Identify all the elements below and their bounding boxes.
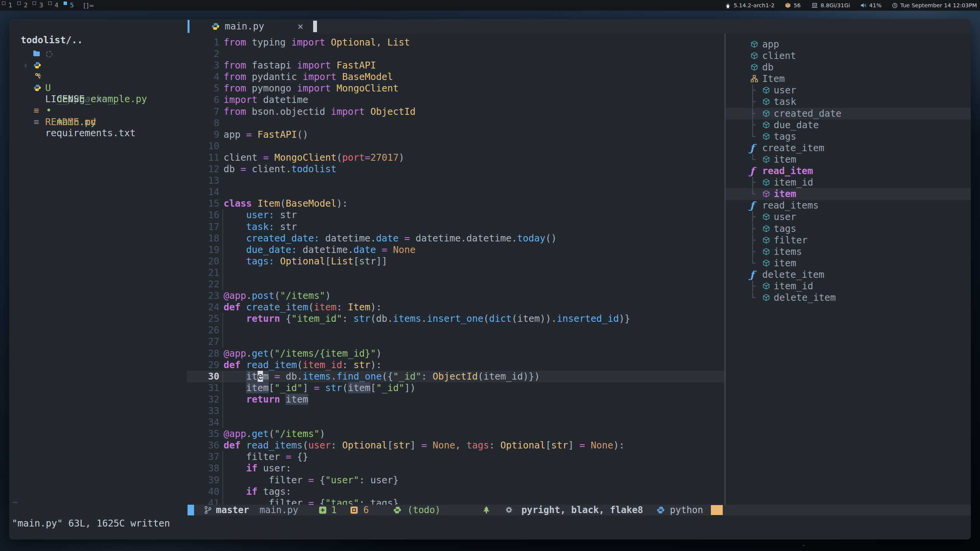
symbol-item-item[interactable]: └item [725,258,971,269]
symbol-item-filter[interactable]: ├filter [725,235,971,246]
code-text: from typing import Optional, List [224,37,410,48]
workspace-button-4[interactable]: 4 [48,0,59,11]
code-line-3[interactable]: 3from fastapi import FastAPI [187,60,725,71]
tree-item-debug-example[interactable]: U debug_example.py [9,60,187,71]
tree-connector: ├ [750,280,756,292]
symbol-label: client [762,50,796,62]
code-line-19[interactable]: 19 due_date: datetime.date = None [187,244,725,256]
code-line-36[interactable]: 36def read_items(user: Optional[str] = N… [187,440,725,451]
tree-item-main-py[interactable]: • main.py [9,82,187,94]
editor-cursor: e [258,371,263,382]
code-text: due_date: datetime.date = None [224,244,416,256]
code-line-34[interactable]: 34 [187,417,725,428]
symbol-item-item_id[interactable]: ├item_id [725,177,971,188]
symbol-item-create_item[interactable]: ƒcreate_item [725,142,971,154]
symbol-item-Item[interactable]: Item [725,73,971,85]
code-line-18[interactable]: 18 created_date: datetime.date = datetim… [187,233,725,244]
code-line-37[interactable]: 37 filter = {} [187,451,725,463]
code-line-12[interactable]: 12db = client.todolist [187,163,725,175]
layout-indicator[interactable]: []= [83,2,95,9]
code-line-23[interactable]: 23@app.post("/items") [187,290,725,302]
code-line-38[interactable]: 38 if user: [187,463,725,474]
tree-connector: ├ [750,96,756,108]
code-text: import datetime [224,94,308,106]
indent-guide [222,233,223,244]
symbol-item-tags[interactable]: ├tags [725,223,971,235]
code-line-5[interactable]: 5from pymongo import MongoClient [187,83,725,94]
symbol-item-client[interactable]: client [725,50,971,62]
code-line-27[interactable]: 27 [187,336,725,347]
code-line-29[interactable]: 29def read_item(item_id: str): [187,359,725,371]
symbol-item-delete_item[interactable]: ƒdelete_item [725,269,971,280]
code-line-20[interactable]: 20 tags: Optional[List[str]] [187,256,725,267]
code-line-6[interactable]: 6import datetime [187,94,725,106]
symbol-item-delete_item[interactable]: └delete_item [725,292,971,303]
tree-connector: ├ [750,211,756,223]
symbol-label: delete_item [762,269,824,280]
symbol-item-due_date[interactable]: ├due_date [725,119,971,131]
symbol-item-item_id[interactable]: ├item_id [725,280,971,292]
code-line-22[interactable]: 22 [187,279,725,290]
code-line-35[interactable]: 35@app.get("/items") [187,428,725,440]
tree-item-requirements[interactable]: ≡ requirements.txt [9,105,187,116]
code-line-41[interactable]: 41 filter = {"tags": tags} [187,497,725,505]
code-line-21[interactable]: 21 [187,267,725,279]
code-line-30[interactable]: 30 item = db.items.find_one({"_id": Obje… [187,371,725,382]
code-line-9[interactable]: 9app = FastAPI() [187,129,725,140]
workspace-button-2[interactable]: 2 [17,0,28,11]
code-line-4[interactable]: 4from pydantic import BaseModel [187,71,725,83]
editor-buffer[interactable]: 1from typing import Optional, List23from… [187,34,725,505]
tree-item-readme[interactable]: ≡ README.md [9,93,187,105]
code-line-10[interactable]: 10 [187,140,725,152]
line-number: 15 [187,198,219,209]
code-line-8[interactable]: 8 [187,117,725,129]
tree-item-license[interactable]: LICENSE [9,71,187,82]
line-number: 32 [187,394,219,405]
symbol-item-task[interactable]: ├task [725,96,971,108]
workspace-button-5[interactable]: 5 [64,0,74,11]
symbol-item-user[interactable]: ├user [725,211,971,223]
folder-icon [33,50,40,57]
code-line-17[interactable]: 17 task: str [187,221,725,233]
symbol-item-items[interactable]: ├items [725,246,971,258]
text-lines-icon: ≡ [34,116,39,128]
symbol-item-item[interactable]: └item [725,154,971,165]
symbol-item-item[interactable]: └item [725,188,971,200]
tab-main-py[interactable]: main.py × [189,19,310,34]
code-text: user: str [224,209,297,221]
symbol-item-tags[interactable]: └tags [725,131,971,142]
symbol-item-app[interactable]: app [725,39,971,50]
symbol-item-user[interactable]: ├user [725,85,971,96]
workspace-button-1[interactable]: 1 [2,0,12,11]
code-line-13[interactable]: 13 [187,175,725,186]
workspace-icon [64,2,67,5]
symbol-item-read_item[interactable]: ƒread_item [725,165,971,177]
file-tree-root[interactable]: todolist/.. [21,34,83,46]
code-line-32[interactable]: 32 return item [187,394,725,405]
code-line-11[interactable]: 11client = MongoClient(port=27017) [187,152,725,163]
code-line-26[interactable]: 26 [187,324,725,336]
code-line-24[interactable]: 24def create_item(item: Item): [187,302,725,313]
code-line-15[interactable]: 15class Item(BaseModel): [187,198,725,209]
code-line-16[interactable]: 16 user: str [187,209,725,221]
code-line-31[interactable]: 31 item["_id"] = str(item["_id"]) [187,382,725,394]
close-icon[interactable]: × [297,21,304,32]
symbol-item-db[interactable]: db [725,62,971,73]
line-number: 22 [187,279,219,290]
code-line-33[interactable]: 33 [187,405,725,417]
line-number: 33 [187,405,219,417]
code-line-40[interactable]: 40 if tags: [187,486,725,497]
code-line-2[interactable]: 2 [187,48,725,60]
command-line: "main.py" 63L, 1625C written [9,515,971,540]
symbol-item-created_date[interactable]: ├created_date [725,108,971,119]
code-line-28[interactable]: 28@app.get("/items/{item_id}") [187,348,725,359]
code-line-25[interactable]: 25 return {"item_id": str(db.items.inser… [187,313,725,324]
code-line-1[interactable]: 1from typing import Optional, List [187,37,725,48]
workspace-button-3[interactable]: 3 [33,0,43,11]
symbol-item-read_items[interactable]: ƒread_items [725,200,971,211]
code-line-7[interactable]: 7from bson.objectid import ObjectId [187,106,725,117]
line-number: 29 [187,359,219,371]
code-line-14[interactable]: 14 [187,186,725,198]
code-line-39[interactable]: 39 filter = {"user": user} [187,474,725,486]
tree-item-pycache[interactable]: › __pycache__ [9,48,187,60]
